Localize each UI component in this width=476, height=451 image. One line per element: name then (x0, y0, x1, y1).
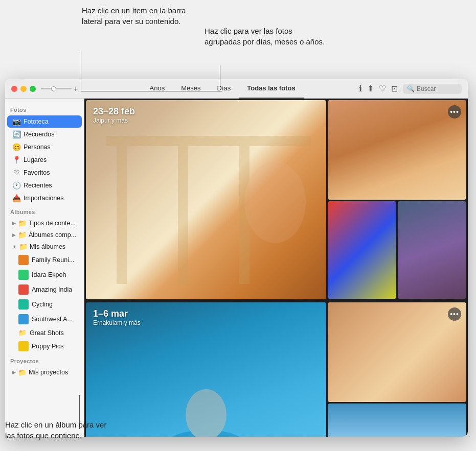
photo-colorful-man[interactable] (328, 201, 396, 299)
favoritos-icon: ♡ (12, 169, 20, 177)
big-photo-jaipur[interactable]: 23–28 feb Jaipur y más (86, 100, 326, 299)
date-sub-2: Ernakulam y más (93, 319, 141, 326)
tab-days[interactable]: Días (209, 79, 239, 99)
sidebar-label-great-shots: Great Shots (30, 329, 77, 337)
sidebar-label-tipos: Tipos de conte... (29, 220, 76, 227)
heart-icon[interactable]: ♡ (379, 84, 386, 93)
album-thumb-southwest (18, 314, 29, 324)
sidebar-item-puppy-pics[interactable]: Puppy Pics (7, 339, 82, 353)
album-thumb-family (18, 255, 29, 265)
sidebar-item-fototeca[interactable]: 📷 Fototeca (7, 115, 82, 128)
sidebar-item-lugares[interactable]: 📍 Lugares (7, 154, 82, 166)
date-main-1: 23–28 feb (93, 106, 135, 117)
folder-proyectos-icon: 📁 (18, 368, 27, 376)
toolbar-actions: ℹ ⬆ ♡ ⊡ 🔍 (359, 84, 462, 94)
sidebar-label-fototeca: Fototeca (24, 118, 77, 125)
maximize-button[interactable] (30, 86, 36, 92)
sidebar-item-importaciones[interactable]: 📥 Importaciones (7, 192, 82, 204)
edit-icon[interactable]: ⊡ (391, 84, 398, 93)
sidebar-item-amazing-india[interactable]: Amazing India (7, 282, 82, 297)
sidebar-label-personas: Personas (24, 144, 77, 151)
recuerdos-icon: 🔄 (12, 130, 20, 138)
svg-point-4 (244, 161, 306, 243)
search-input[interactable] (417, 85, 458, 92)
album-thumb-idara (18, 270, 29, 280)
photo-jaipur-image (86, 100, 326, 299)
callout-bracket (81, 91, 222, 91)
sidebar-item-personas[interactable]: 😊 Personas (7, 141, 82, 153)
photo-date-label-2: 1–6 mar Ernakulam y más (93, 308, 141, 326)
annotation-sidebar: Haz clic en un ítem en la barra lateral … (82, 5, 194, 27)
svg-point-6 (186, 389, 226, 437)
sidebar-group-tipos[interactable]: ▶ 📁 Tipos de conte... (7, 218, 82, 229)
body-area: Fotos 📷 Fototeca 🔄 Recuerdos 😊 Personas … (5, 99, 468, 437)
sidebar-label-cycling: Cycling (32, 301, 77, 308)
sidebar-label-mis-albums: Mis álbumes (30, 243, 65, 250)
callout-line-right (220, 65, 220, 90)
sidebar-item-great-shots[interactable]: 📁 Great Shots (7, 327, 82, 339)
zoom-slider[interactable]: + (41, 85, 78, 93)
sidebar-item-recientes[interactable]: 🕐 Recientes (7, 179, 82, 192)
sidebar-item-southwest[interactable]: Southwest A... (7, 312, 82, 326)
folder-icon: 📁 (18, 219, 27, 227)
sidebar-group-mis-proyectos[interactable]: ▶ 📁 Mis proyectos (7, 367, 82, 378)
sidebar-item-cycling[interactable]: Cycling (7, 297, 82, 312)
svg-rect-0 (117, 141, 127, 284)
photo-date-label-1: 23–28 feb Jaipur y más (93, 106, 135, 124)
info-icon[interactable]: ℹ (359, 84, 362, 93)
more-icon-2: ••• (450, 310, 459, 318)
sidebar-label-importaciones: Importaciones (24, 195, 77, 202)
tab-months[interactable]: Meses (173, 79, 209, 99)
photo-woman-door[interactable] (398, 201, 466, 299)
folder-great-icon: 📁 (18, 329, 27, 337)
sidebar-label-family: Family Reuni... (32, 256, 77, 264)
sidebar-label-southwest: Southwest A... (32, 316, 77, 323)
right-grid-2: ••• (328, 302, 466, 437)
photo-woman-portrait[interactable]: ••• (328, 100, 466, 200)
slider-thumb (51, 86, 56, 91)
sidebar-label-lugares: Lugares (24, 156, 77, 163)
sidebar-label-recientes: Recientes (24, 182, 77, 189)
date-main-2: 1–6 mar (93, 308, 141, 319)
svg-rect-1 (178, 141, 188, 284)
search-icon: 🔍 (407, 85, 415, 92)
photo-group-1: 23–28 feb Jaipur y más ••• (84, 99, 468, 301)
sidebar-label-amazing-india: Amazing India (32, 286, 77, 293)
minimize-button[interactable] (20, 86, 27, 92)
sidebar-label-recuerdos: Recuerdos (24, 131, 77, 138)
sidebar-item-recuerdos[interactable]: 🔄 Recuerdos (7, 128, 82, 140)
sidebar-label-favoritos: Favoritos (24, 169, 77, 176)
sidebar-group-mis-albums[interactable]: ▼ 📁 Mis álbumes (7, 241, 82, 252)
big-photo-ernakulam[interactable]: 1–6 mar Ernakulam y más (86, 302, 326, 437)
photo-group-2: 1–6 mar Ernakulam y más ••• (84, 301, 468, 437)
chevron-right-icon-3: ▶ (12, 370, 16, 375)
photo-blue-sky[interactable] (328, 403, 466, 437)
slider-track (41, 88, 72, 89)
share-icon[interactable]: ⬆ (367, 84, 374, 93)
album-thumb-cycling (18, 299, 29, 310)
svg-rect-3 (106, 136, 311, 146)
sidebar-group-albumes-comp[interactable]: ▶ 📁 Álbumes comp... (7, 229, 82, 241)
importaciones-icon: 📥 (12, 194, 20, 202)
sidebar-label-puppy-pics: Puppy Pics (32, 343, 77, 350)
sidebar-item-idara[interactable]: Idara Ekpoh (7, 268, 82, 282)
traffic-lights (11, 86, 36, 92)
more-button-2[interactable]: ••• (448, 307, 461, 321)
album-thumb-puppy (18, 341, 29, 351)
shooter-image (328, 302, 466, 402)
tab-years[interactable]: Años (142, 79, 173, 99)
folder-icon-2: 📁 (18, 231, 27, 239)
sidebar-item-favoritos[interactable]: ♡ Favoritos (7, 167, 82, 179)
annotation-album: Haz clic en un álbum para ver las fotos … (5, 419, 107, 441)
sidebar-item-family-reuni[interactable]: Family Reuni... (7, 253, 82, 267)
main-content: 23–28 feb Jaipur y más ••• (84, 99, 468, 437)
more-button-1[interactable]: ••• (448, 105, 461, 118)
portrait-image (328, 100, 466, 200)
tab-bar: Años Meses Días Todas las fotos (86, 79, 359, 99)
recientes-icon: 🕐 (12, 181, 20, 189)
tab-all-photos[interactable]: Todas las fotos (239, 79, 303, 99)
photo-shooter[interactable]: ••• (328, 302, 466, 402)
callout-line-left (81, 51, 81, 91)
search-box[interactable]: 🔍 (403, 84, 462, 94)
close-button[interactable] (11, 86, 17, 92)
